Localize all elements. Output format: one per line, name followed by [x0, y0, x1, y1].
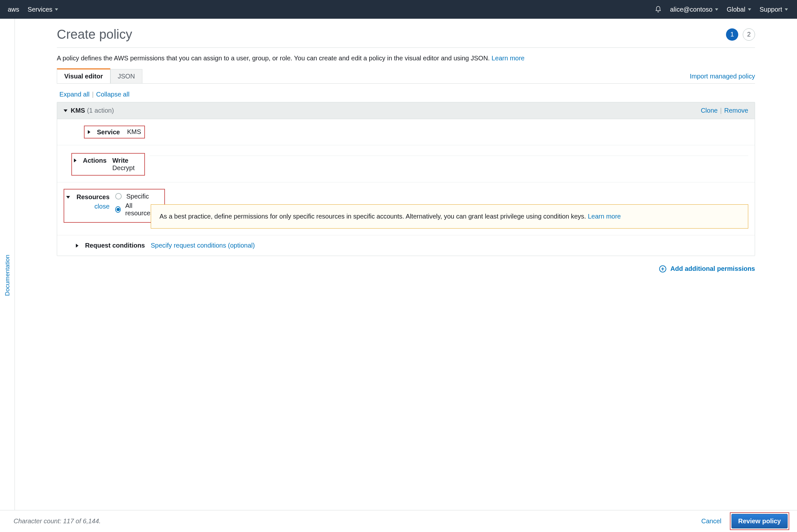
- page-title: Create policy: [57, 27, 132, 42]
- add-permissions-label: Add additional permissions: [670, 265, 755, 272]
- region-label: Global: [727, 6, 745, 13]
- caret-down-icon: [66, 196, 70, 198]
- intro-learn-more-link[interactable]: Learn more: [492, 55, 525, 62]
- radio-all-resources-label: All resources: [125, 202, 155, 217]
- wizard-step-2[interactable]: 2: [743, 28, 755, 41]
- actions-toggle[interactable]: Actions: [74, 157, 107, 164]
- service-toggle[interactable]: Service: [88, 129, 120, 136]
- radio-specific[interactable]: [115, 193, 122, 200]
- plus-icon: +: [659, 265, 666, 272]
- permission-header[interactable]: KMS (1 action) Clone | Remove: [57, 102, 755, 119]
- resources-close-link[interactable]: close: [66, 203, 110, 210]
- support-label: Support: [760, 6, 782, 13]
- support-menu[interactable]: Support: [760, 6, 788, 13]
- account-label: alice@contoso: [670, 6, 713, 13]
- intro-text: A policy defines the AWS permissions tha…: [57, 54, 755, 63]
- aws-logo[interactable]: aws: [8, 6, 19, 13]
- tab-json[interactable]: JSON: [110, 69, 143, 83]
- wizard-steps: 1 2: [726, 28, 755, 41]
- caret-right-icon: [88, 130, 90, 134]
- chevron-down-icon: [748, 8, 751, 11]
- conditions-toggle[interactable]: Request conditions: [76, 242, 145, 249]
- resources-toggle[interactable]: Resources: [66, 193, 110, 201]
- chevron-down-icon: [55, 8, 58, 11]
- caret-right-icon: [74, 158, 76, 163]
- chevron-down-icon: [785, 8, 788, 11]
- best-practice-callout: As a best practice, define permissions f…: [151, 204, 748, 229]
- footer-bar: Character count: 117 of 6,144. Cancel Re…: [0, 510, 797, 532]
- service-label: Service: [97, 129, 120, 136]
- remove-link[interactable]: Remove: [724, 107, 748, 114]
- actions-item: Decrypt: [112, 164, 135, 171]
- radio-specific-label: Specific: [126, 193, 149, 200]
- conditions-label: Request conditions: [85, 242, 145, 249]
- caret-right-icon: [76, 244, 78, 248]
- documentation-label: Documentation: [4, 255, 11, 296]
- tab-visual-editor[interactable]: Visual editor: [57, 69, 110, 83]
- caret-down-icon: [63, 110, 68, 112]
- service-value: KMS: [127, 128, 141, 135]
- callout-text: As a best practice, define permissions f…: [159, 213, 588, 220]
- separator: |: [92, 91, 94, 98]
- expand-collapse-toolbar: Expand all | Collapse all: [59, 91, 755, 98]
- resources-label: Resources: [76, 193, 110, 201]
- row-service: Service KMS: [57, 119, 755, 145]
- editor-tabs: Visual editor JSON Import managed policy: [57, 69, 755, 83]
- documentation-side-tab[interactable]: Documentation: [0, 19, 15, 532]
- permission-block: KMS (1 action) Clone | Remove Service: [57, 102, 755, 256]
- callout-learn-more-link[interactable]: Learn more: [588, 213, 621, 220]
- review-policy-button[interactable]: Review policy: [732, 514, 787, 529]
- expand-all-link[interactable]: Expand all: [59, 91, 90, 98]
- actions-category: Write: [112, 157, 129, 164]
- character-count: Character count: 117 of 6,144.: [14, 517, 101, 525]
- services-menu[interactable]: Services: [28, 6, 58, 13]
- conditions-link[interactable]: Specify request conditions (optional): [151, 242, 255, 249]
- top-nav: aws Services alice@contoso Global Suppor…: [0, 0, 797, 19]
- page-body: Create policy 1 2 A policy defines the A…: [15, 19, 797, 308]
- radio-all-resources[interactable]: [115, 206, 121, 213]
- wizard-step-1[interactable]: 1: [726, 28, 738, 41]
- notifications-icon[interactable]: [654, 6, 662, 13]
- row-actions: Actions Write Decrypt: [57, 145, 755, 183]
- intro-copy: A policy defines the AWS permissions tha…: [57, 55, 492, 62]
- region-menu[interactable]: Global: [727, 6, 751, 13]
- add-permissions-link[interactable]: + Add additional permissions: [659, 265, 755, 272]
- row-resources: Resources close Specific All resou: [57, 183, 755, 235]
- cancel-button[interactable]: Cancel: [701, 517, 721, 525]
- clone-link[interactable]: Clone: [701, 107, 718, 114]
- services-label: Services: [28, 6, 53, 13]
- permission-service-name: KMS: [71, 107, 85, 114]
- actions-label: Actions: [83, 157, 107, 164]
- permission-action-count: (1 action): [87, 107, 114, 114]
- row-conditions: Request conditions Specify request condi…: [57, 235, 755, 256]
- chevron-down-icon: [715, 8, 718, 11]
- import-managed-policy-link[interactable]: Import managed policy: [690, 73, 755, 83]
- account-menu[interactable]: alice@contoso: [670, 6, 718, 13]
- divider: [57, 48, 755, 48]
- collapse-all-link[interactable]: Collapse all: [96, 91, 130, 98]
- separator: |: [720, 107, 722, 114]
